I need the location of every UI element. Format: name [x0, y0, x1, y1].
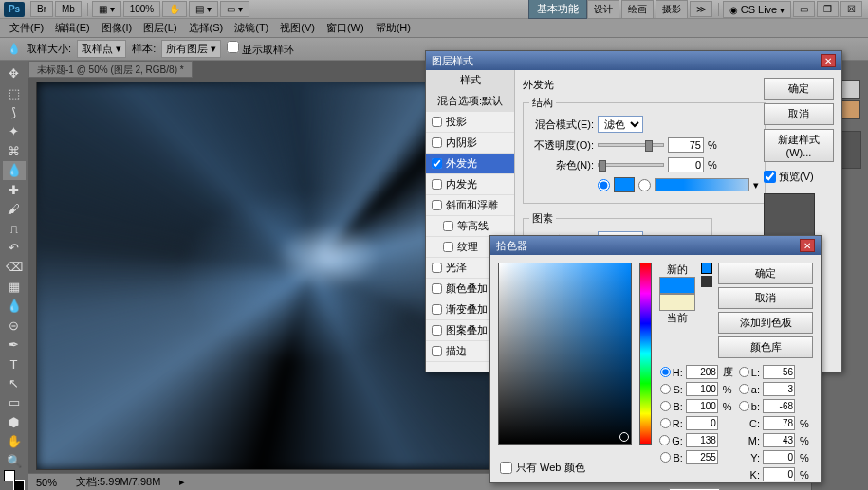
zoom-tool[interactable]: 🔍 [3, 451, 26, 469]
menu-item[interactable]: 图层(L) [138, 19, 182, 37]
status-zoom[interactable]: 50% [36, 477, 57, 488]
blur-tool[interactable]: 💧 [3, 297, 26, 315]
l-field[interactable] [763, 365, 795, 379]
a-field[interactable] [763, 382, 795, 396]
style-item[interactable]: 等高线 [426, 216, 514, 237]
zoom-level-dd[interactable]: 100% [123, 1, 161, 17]
sample-layers-dd[interactable]: 所有图层 ▾ [161, 40, 221, 58]
style-checkbox[interactable] [432, 158, 442, 169]
hand-tool[interactable]: ✋ [3, 432, 26, 450]
sample-size-dd[interactable]: 取样点 ▾ [77, 40, 126, 58]
preview-check[interactable]: 预览(V) [764, 170, 834, 184]
lasso-tool[interactable]: ⟆ [3, 103, 26, 121]
fg-bg-colors[interactable] [3, 471, 26, 490]
arrange-docs-btn[interactable]: ▤ ▾ [189, 1, 218, 17]
picker-ok-button[interactable]: 确定 [718, 263, 813, 284]
style-checkbox[interactable] [443, 242, 453, 252]
color-picker-titlebar[interactable]: 拾色器 ✕ [490, 236, 821, 255]
y-field[interactable] [763, 450, 795, 464]
window-close-btn[interactable]: ☒ [840, 1, 862, 17]
styles-header[interactable]: 样式 [426, 70, 514, 91]
style-checkbox[interactable] [432, 179, 442, 190]
r-radio[interactable] [660, 418, 671, 428]
style-checkbox[interactable] [432, 137, 442, 148]
3d-tool[interactable]: ⬢ [3, 413, 26, 431]
add-swatch-button[interactable]: 添加到色板 [718, 312, 813, 334]
menu-item[interactable]: 选择(S) [183, 19, 230, 37]
opacity-slider[interactable] [598, 143, 664, 147]
eraser-tool[interactable]: ⌫ [3, 258, 26, 276]
s-field[interactable] [686, 382, 718, 396]
menu-item[interactable]: 编辑(E) [49, 19, 96, 37]
a-radio[interactable] [739, 384, 749, 394]
hue-slider[interactable] [639, 263, 653, 445]
blend-options-item[interactable]: 混合选项:默认 [426, 91, 514, 112]
type-tool[interactable]: T [3, 354, 26, 372]
h-field[interactable] [686, 365, 718, 379]
workspace-essential[interactable]: 基本功能 [528, 0, 587, 19]
document-tab[interactable]: 未标题-1 @ 50% (图层 2, RGB/8) * [28, 61, 193, 78]
style-checkbox[interactable] [432, 304, 442, 315]
blab-field[interactable] [763, 399, 795, 413]
g-field[interactable] [686, 433, 718, 447]
h-radio[interactable] [660, 367, 671, 377]
style-checkbox[interactable] [432, 346, 442, 356]
noise-field[interactable] [668, 157, 704, 172]
style-checkbox[interactable] [443, 221, 453, 231]
crop-tool[interactable]: ⌘ [3, 142, 26, 160]
hand-tool-btn[interactable]: ✋ [162, 1, 187, 17]
web-only-check[interactable]: 只有 Web 颜色 [500, 461, 585, 475]
wand-tool[interactable]: ✦ [3, 122, 26, 140]
workspace-photo[interactable]: 摄影 [656, 0, 688, 19]
k-field[interactable] [763, 467, 795, 481]
bridge-btn[interactable]: Br [30, 1, 53, 17]
move-tool[interactable]: ✥ [3, 64, 26, 82]
menu-item[interactable]: 滤镜(T) [229, 19, 274, 37]
color-field[interactable] [498, 263, 632, 445]
style-checkbox[interactable] [432, 283, 442, 294]
style-checkbox[interactable] [432, 117, 442, 127]
cslive-btn[interactable]: ◉ CS Live ▾ [723, 1, 791, 18]
bval-field[interactable] [686, 399, 718, 413]
window-min-btn[interactable]: ▭ [793, 1, 815, 17]
workspace-paint[interactable]: 绘画 [621, 0, 654, 19]
style-checkbox[interactable] [432, 200, 442, 210]
blend-mode-dd[interactable]: 滤色 [598, 116, 643, 133]
path-tool[interactable]: ↖ [3, 374, 26, 392]
style-item[interactable]: 内阴影 [426, 133, 514, 154]
close-icon[interactable]: ✕ [800, 239, 815, 252]
menu-item[interactable]: 视图(V) [274, 19, 321, 37]
blab-radio[interactable] [739, 401, 749, 411]
style-item[interactable]: 内发光 [426, 174, 514, 195]
eyedropper-tool[interactable]: 💧 [3, 161, 26, 179]
bch-radio[interactable] [660, 452, 671, 463]
stamp-tool[interactable]: ⎍ [3, 219, 26, 237]
style-item[interactable]: 斜面和浮雕 [426, 195, 514, 216]
cancel-button[interactable]: 取消 [764, 103, 834, 125]
style-checkbox[interactable] [432, 263, 442, 273]
style-item[interactable]: 外发光 [426, 154, 514, 174]
shape-tool[interactable]: ▭ [3, 393, 26, 411]
bch-field[interactable] [686, 450, 718, 464]
menu-item[interactable]: 窗口(W) [321, 19, 370, 37]
new-style-button[interactable]: 新建样式(W)... [764, 129, 834, 162]
brush-tool[interactable]: 🖌 [3, 200, 26, 218]
glow-gradient[interactable] [655, 178, 749, 191]
gradient-radio[interactable] [638, 179, 651, 191]
color-radio[interactable] [598, 179, 610, 191]
close-icon[interactable]: ✕ [821, 54, 836, 67]
gradient-tool[interactable]: ▦ [3, 278, 26, 296]
marquee-tool[interactable]: ⬚ [3, 83, 26, 101]
view-extras-btn[interactable]: ▦ ▾ [92, 1, 121, 17]
gamut-warning-icon[interactable] [701, 276, 712, 287]
menu-item[interactable]: 图像(I) [96, 19, 138, 37]
show-ring-check[interactable]: 显示取样环 [227, 41, 294, 57]
workspace-more[interactable]: ≫ [690, 1, 712, 17]
ok-button[interactable]: 确定 [764, 78, 834, 100]
glow-color-swatch[interactable] [614, 177, 635, 192]
dodge-tool[interactable]: ⊝ [3, 316, 26, 334]
picker-cancel-button[interactable]: 取消 [718, 287, 813, 309]
color-lib-button[interactable]: 颜色库 [718, 336, 813, 358]
status-docsize[interactable]: 文档:5.99M/7.98M [76, 475, 160, 489]
screen-mode-btn[interactable]: ▭ ▾ [220, 1, 249, 17]
